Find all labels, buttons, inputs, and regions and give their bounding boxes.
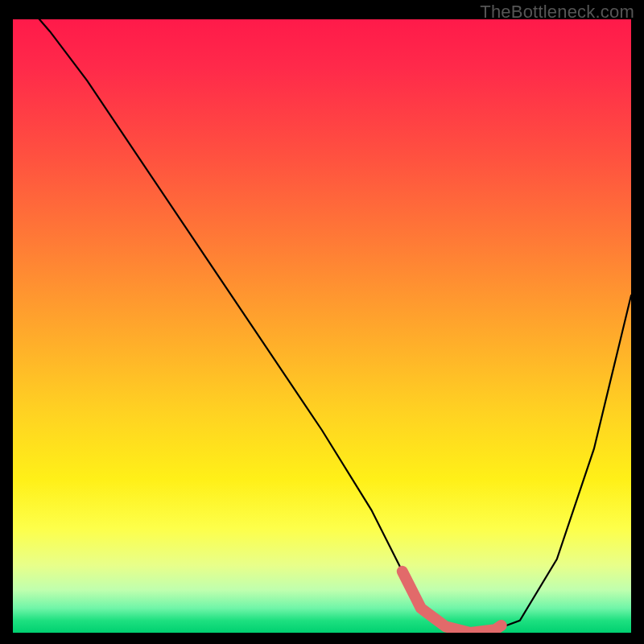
optimal-range-marker xyxy=(402,572,502,633)
chart-container xyxy=(13,19,631,633)
bottleneck-curve xyxy=(13,19,631,633)
chart-svg xyxy=(13,19,631,633)
watermark-text: TheBottleneck.com xyxy=(480,2,634,23)
